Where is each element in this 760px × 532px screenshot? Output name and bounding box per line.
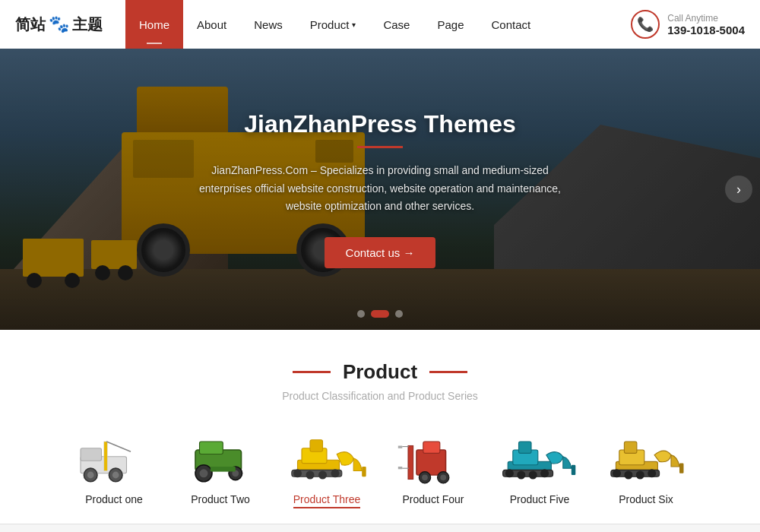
phone-icon: 📞 [631, 10, 660, 39]
svg-point-11 [200, 470, 208, 478]
svg-point-50 [624, 471, 632, 480]
logo[interactable]: 简站 🐾 主题 [15, 14, 103, 35]
section-subtitle: Product Classification and Product Serie… [15, 390, 745, 402]
svg-rect-26 [408, 446, 413, 480]
hero-section: JianZhanPress Themes JianZhanPress.Com –… [0, 49, 760, 330]
product-image-4 [391, 425, 475, 486]
svg-point-43 [540, 470, 549, 478]
svg-rect-25 [423, 442, 440, 453]
product-item-2[interactable]: Product Two [167, 425, 274, 508]
svg-rect-18 [362, 467, 366, 477]
svg-rect-27 [398, 446, 402, 448]
section-line-left [293, 371, 331, 373]
product-item-6[interactable]: Product Six [593, 425, 699, 508]
svg-rect-1 [81, 448, 101, 461]
svg-rect-47 [679, 464, 683, 473]
phone-number: 139-1018-5004 [667, 24, 745, 36]
dropdown-arrow-icon: ▾ [352, 21, 356, 29]
svg-rect-17 [310, 440, 322, 451]
svg-rect-9 [200, 442, 223, 454]
nav-item-about[interactable]: About [183, 0, 240, 49]
logo-text-left: 简站 [15, 14, 46, 35]
slider-dots [357, 310, 403, 318]
nav-item-case[interactable]: Case [369, 0, 423, 49]
svg-point-23 [331, 470, 339, 478]
slider-dot-1[interactable] [357, 310, 365, 318]
product-name-2: Product Two [191, 493, 250, 505]
product-section: Product Product Classification and Produ… [0, 330, 760, 524]
product-image-2 [179, 425, 262, 486]
svg-point-32 [422, 475, 428, 481]
logo-paw-icon: 🐾 [49, 14, 69, 34]
svg-point-22 [318, 471, 327, 480]
svg-point-21 [306, 471, 315, 480]
product-image-6 [604, 425, 688, 486]
contact-us-button[interactable]: Contact us → [325, 237, 436, 268]
svg-point-40 [505, 470, 514, 478]
nav-item-news[interactable]: News [240, 0, 296, 49]
product-item-3[interactable]: Product Three [274, 425, 380, 508]
svg-point-51 [636, 471, 644, 480]
svg-point-20 [293, 470, 302, 478]
product-item-1[interactable]: Product one [61, 425, 167, 508]
product-image-1 [72, 425, 156, 486]
svg-point-7 [112, 472, 119, 479]
product-name-5: Product Five [510, 493, 570, 505]
hero-content: JianZhanPress Themes JianZhanPress.Com –… [0, 49, 760, 330]
product-image-3 [285, 425, 369, 486]
product-name-1: Product one [85, 493, 143, 505]
section-title-row: Product [15, 360, 745, 384]
contact-info: Call Anytime 139-1018-5004 [667, 13, 745, 36]
section-title: Product [343, 360, 417, 384]
svg-point-49 [613, 470, 621, 478]
svg-point-41 [517, 471, 525, 480]
slider-arrow-right[interactable]: › [725, 176, 752, 203]
hero-title: JianZhanPress Themes [244, 110, 515, 138]
slider-dot-2[interactable] [371, 310, 389, 318]
svg-rect-37 [519, 442, 531, 453]
svg-rect-46 [624, 442, 636, 453]
nav-item-page[interactable]: Page [423, 0, 477, 49]
nav-item-contact[interactable]: Contact [478, 0, 545, 49]
nav-item-home[interactable]: Home [125, 0, 183, 49]
nav-item-product[interactable]: Product▾ [296, 0, 370, 49]
footer-preview [0, 524, 760, 532]
product-name-4: Product Four [403, 493, 464, 505]
header-contact: 📞 Call Anytime 139-1018-5004 [631, 10, 745, 39]
svg-rect-38 [572, 465, 575, 475]
svg-line-3 [106, 442, 131, 451]
svg-rect-14 [211, 467, 236, 472]
svg-rect-28 [398, 467, 402, 469]
header: 简站 🐾 主题 HomeAboutNewsProduct▾CasePageCon… [0, 0, 760, 49]
logo-text-right: 主题 [72, 14, 103, 35]
product-grid: Product one Product Two Product Three [15, 425, 745, 508]
svg-point-34 [440, 475, 446, 481]
product-name-3: Product Three [293, 493, 360, 508]
slider-dot-3[interactable] [395, 310, 403, 318]
svg-rect-24 [416, 450, 445, 475]
product-image-5 [498, 425, 581, 486]
hero-description: JianZhanPress.Com – Specializes in provi… [198, 162, 562, 216]
svg-point-52 [648, 470, 656, 478]
svg-point-42 [529, 471, 537, 480]
product-name-6: Product Six [619, 493, 673, 505]
product-item-5[interactable]: Product Five [486, 425, 593, 508]
hero-title-underline [357, 146, 403, 148]
main-nav: HomeAboutNewsProduct▾CasePageContact [125, 0, 544, 49]
section-line-right [429, 371, 467, 373]
call-anytime-label: Call Anytime [667, 13, 745, 24]
svg-point-5 [87, 472, 94, 479]
svg-rect-2 [104, 442, 107, 470]
product-item-4[interactable]: Product Four [380, 425, 486, 508]
